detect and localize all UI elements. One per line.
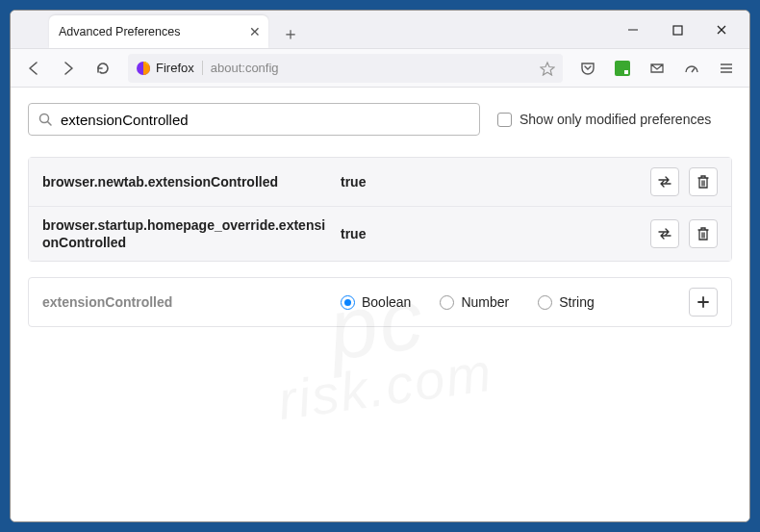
delete-button[interactable] bbox=[689, 219, 718, 248]
about-config-content: Show only modified preferences browser.n… bbox=[11, 88, 749, 521]
mail-icon bbox=[649, 61, 665, 76]
search-row: Show only modified preferences bbox=[28, 103, 732, 136]
minimize-button[interactable] bbox=[611, 11, 655, 49]
maximize-button[interactable] bbox=[655, 11, 699, 49]
plus-icon bbox=[697, 295, 710, 309]
window-controls bbox=[611, 11, 744, 49]
toolbar-right bbox=[572, 53, 742, 84]
svg-line-5 bbox=[692, 68, 695, 72]
radio-boolean[interactable]: Boolean bbox=[341, 294, 411, 310]
type-radios: Boolean Number String bbox=[341, 294, 689, 310]
hamburger-icon bbox=[719, 61, 734, 76]
forward-icon bbox=[61, 61, 76, 76]
radio-string[interactable]: String bbox=[538, 294, 595, 310]
browser-window: Advanced Preferences ✕ ＋ bbox=[10, 10, 750, 522]
pref-row[interactable]: browser.startup.homepage_override.extens… bbox=[29, 207, 731, 261]
add-pref-button[interactable] bbox=[689, 288, 718, 317]
pref-name: browser.newtab.extensionControlled bbox=[42, 173, 341, 190]
url-bar[interactable]: Firefox bbox=[128, 54, 563, 83]
pref-actions bbox=[650, 167, 718, 196]
pref-value: true bbox=[341, 226, 650, 241]
pref-value: true bbox=[341, 174, 650, 190]
back-icon bbox=[26, 61, 41, 76]
bookmark-star-icon[interactable] bbox=[540, 61, 555, 76]
identity-label: Firefox bbox=[156, 61, 203, 75]
radio-label: Number bbox=[461, 294, 509, 310]
pref-search-input[interactable] bbox=[61, 112, 469, 128]
checkbox-icon bbox=[497, 113, 512, 127]
tab-advanced-preferences[interactable]: Advanced Preferences ✕ bbox=[49, 15, 268, 48]
pref-search-box[interactable] bbox=[28, 103, 480, 136]
pref-actions bbox=[650, 219, 718, 248]
reload-button[interactable] bbox=[88, 53, 118, 84]
nav-toolbar: Firefox bbox=[11, 49, 749, 88]
firefox-icon bbox=[136, 61, 151, 76]
url-input[interactable] bbox=[211, 61, 540, 75]
radio-icon bbox=[538, 295, 552, 310]
reload-icon bbox=[95, 61, 111, 76]
gauge-icon bbox=[684, 61, 699, 76]
evernote-icon bbox=[615, 61, 630, 76]
forward-button[interactable] bbox=[53, 53, 84, 84]
evernote-button[interactable] bbox=[607, 53, 638, 84]
identity-box[interactable]: Firefox bbox=[136, 61, 203, 76]
close-tab-icon[interactable]: ✕ bbox=[249, 24, 261, 39]
mail-button[interactable] bbox=[642, 53, 672, 84]
dashboard-button[interactable] bbox=[676, 53, 707, 84]
pref-name: browser.startup.homepage_override.extens… bbox=[42, 216, 341, 251]
maximize-icon bbox=[672, 25, 683, 36]
toggle-button[interactable] bbox=[650, 219, 679, 248]
radio-label: String bbox=[559, 294, 595, 310]
new-tab-button[interactable]: ＋ bbox=[276, 19, 305, 48]
svg-line-10 bbox=[48, 121, 52, 125]
search-icon bbox=[38, 113, 53, 127]
radio-number[interactable]: Number bbox=[440, 294, 509, 310]
svg-rect-1 bbox=[673, 26, 682, 35]
radio-icon bbox=[440, 295, 454, 310]
pref-row[interactable]: browser.newtab.extensionControlled true bbox=[29, 158, 731, 207]
pocket-icon bbox=[580, 61, 595, 76]
back-button[interactable] bbox=[18, 53, 49, 84]
tab-bar: Advanced Preferences ✕ ＋ bbox=[11, 11, 749, 49]
close-icon bbox=[716, 24, 727, 36]
tab-title: Advanced Preferences bbox=[59, 25, 180, 38]
minimize-icon bbox=[627, 24, 639, 36]
watermark-line: risk.com bbox=[275, 347, 495, 425]
pref-list: browser.newtab.extensionControlled true … bbox=[28, 157, 732, 262]
radio-label: Boolean bbox=[362, 294, 411, 310]
toggle-button[interactable] bbox=[650, 167, 679, 196]
trash-icon bbox=[697, 175, 710, 190]
pocket-button[interactable] bbox=[572, 53, 603, 84]
radio-icon bbox=[341, 295, 355, 310]
new-pref-row: extensionControlled Boolean Number Strin… bbox=[28, 277, 732, 327]
modified-only-toggle[interactable]: Show only modified preferences bbox=[497, 112, 711, 127]
menu-button[interactable] bbox=[711, 53, 742, 84]
delete-button[interactable] bbox=[689, 167, 718, 196]
trash-icon bbox=[697, 227, 710, 241]
new-pref-name: extensionControlled bbox=[42, 294, 341, 310]
modified-only-label: Show only modified preferences bbox=[519, 112, 711, 127]
toggle-icon bbox=[657, 175, 672, 189]
close-window-button[interactable] bbox=[699, 11, 744, 49]
toggle-icon bbox=[657, 227, 672, 241]
